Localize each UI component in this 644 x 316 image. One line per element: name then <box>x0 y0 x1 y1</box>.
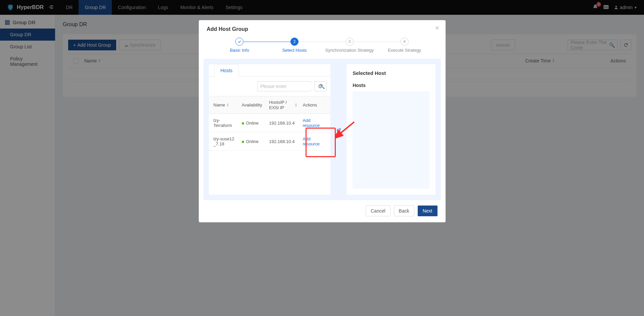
table-row: lzy-suse12_7.18 Online 192.168.10.4 Add … <box>209 132 331 151</box>
refresh-icon <box>318 84 323 89</box>
step-sync-strategy: 3 Synchronization Strategy <box>322 38 377 53</box>
hosts-table: Name▲▼ Availability HostsIP / EXSi IP▲▼ … <box>209 96 331 151</box>
table-row: lzy-Terraform Online 192.168.10.4 Add re… <box>209 114 331 132</box>
th-actions: Actions <box>300 96 331 114</box>
th-avail: Availability <box>239 96 267 114</box>
status-dot-icon <box>242 122 244 125</box>
cell-ip: 192.168.10.4 <box>267 132 300 151</box>
cell-status: Online <box>239 132 267 151</box>
modal-footer: Cancel Back Next <box>199 200 446 218</box>
hosts-search[interactable]: 🔍 <box>257 81 311 91</box>
cancel-button[interactable]: Cancel <box>366 206 390 216</box>
modal-body: Hosts 🔍 Name▲▼ Availability <box>203 59 441 200</box>
modal: Add Host Group Basic Info 2 Select Hosts… <box>199 20 446 222</box>
step-execute-strategy: 4 Execute Strategy <box>377 38 432 53</box>
selected-title: Selected Host <box>353 70 429 76</box>
selected-sub: Hosts <box>353 83 429 88</box>
add-resource-link[interactable]: Add resource <box>303 136 320 146</box>
sort-icon[interactable]: ▲▼ <box>295 103 297 107</box>
step-check-icon <box>235 38 243 46</box>
modal-title: Add Host Group <box>199 20 446 36</box>
cell-status: Online <box>239 114 267 132</box>
cell-ip: 192.168.10.4 <box>267 114 300 132</box>
selected-list <box>353 91 429 189</box>
sort-icon[interactable]: ▲▼ <box>226 103 229 107</box>
th-name[interactable]: Name <box>214 102 225 107</box>
tab-head: Hosts <box>209 64 331 77</box>
modal-overlay: Add Host Group Basic Info 2 Select Hosts… <box>0 0 644 316</box>
status-dot-icon <box>242 141 244 143</box>
hosts-refresh-button[interactable] <box>314 81 326 91</box>
selected-panel: Selected Host Hosts <box>347 64 435 195</box>
cell-name: lzy-suse12_7.18 <box>209 132 239 151</box>
cell-name: lzy-Terraform <box>209 114 239 132</box>
hosts-panel: Hosts 🔍 Name▲▼ Availability <box>209 64 331 195</box>
th-ip[interactable]: HostsIP / EXSi IP <box>269 100 293 110</box>
next-button[interactable]: Next <box>418 206 438 216</box>
hosts-toolbar: 🔍 <box>209 77 331 96</box>
hosts-search-input[interactable] <box>260 84 319 89</box>
step-select-hosts: 2 Select Hosts <box>267 38 322 53</box>
add-resource-link[interactable]: Add resource <box>303 118 320 128</box>
back-button[interactable]: Back <box>394 206 414 216</box>
swap-arrows: ⇄ <box>335 64 342 195</box>
step-basic-info: Basic Info <box>212 38 267 53</box>
swap-icon: ⇄ <box>336 126 341 133</box>
modal-close-button[interactable] <box>435 26 440 32</box>
tab-hosts[interactable]: Hosts <box>214 64 239 77</box>
steps: Basic Info 2 Select Hosts 3 Synchronizat… <box>199 36 446 56</box>
close-icon <box>435 26 440 30</box>
